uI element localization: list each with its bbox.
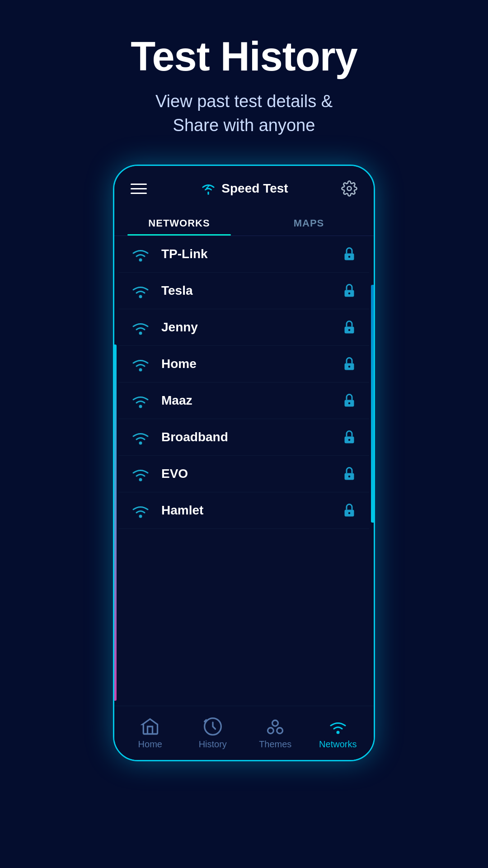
nav-home[interactable]: Home	[119, 717, 182, 750]
wifi-icon	[131, 356, 150, 372]
svg-point-19	[139, 478, 142, 481]
lock-icon	[341, 283, 357, 299]
phone-inner: Speed Test NETWORKS MAPS TP-Link	[114, 166, 374, 760]
history-icon	[203, 717, 223, 736]
wifi-icon	[131, 503, 150, 518]
page-title: Test History	[0, 36, 488, 77]
network-name: Jenny	[161, 320, 341, 335]
wifi-icon	[131, 246, 150, 262]
lock-icon	[341, 466, 357, 482]
svg-point-16	[139, 442, 142, 445]
nav-themes-label: Themes	[259, 739, 291, 750]
svg-point-7	[139, 332, 142, 335]
svg-point-21	[348, 476, 351, 478]
nav-home-label: Home	[138, 739, 162, 750]
list-item[interactable]: Tesla	[119, 273, 369, 309]
svg-point-13	[139, 405, 142, 408]
network-list: TP-Link Tesla	[114, 236, 374, 706]
nav-themes[interactable]: Themes	[244, 717, 307, 750]
svg-point-18	[348, 439, 351, 441]
home-icon	[140, 717, 160, 736]
svg-point-12	[348, 366, 351, 368]
svg-point-1	[139, 259, 142, 262]
nav-history-label: History	[199, 739, 227, 750]
tab-maps[interactable]: MAPS	[244, 210, 374, 236]
wifi-icon	[131, 466, 150, 481]
svg-point-25	[272, 721, 278, 726]
wifi-icon	[131, 393, 150, 408]
list-item[interactable]: Jenny	[119, 309, 369, 346]
tab-bar: NETWORKS MAPS	[114, 210, 374, 236]
nav-history[interactable]: History	[182, 717, 244, 750]
svg-point-3	[348, 256, 351, 258]
svg-point-24	[348, 512, 351, 514]
app-brand: Speed Test	[200, 181, 288, 196]
lock-icon	[341, 392, 357, 409]
lock-icon	[341, 246, 357, 262]
svg-point-9	[348, 329, 351, 331]
network-name: Home	[161, 357, 341, 371]
svg-point-4	[139, 295, 142, 298]
svg-point-22	[139, 515, 142, 518]
svg-line-0	[207, 186, 210, 189]
network-name: Maaz	[161, 393, 341, 408]
page-subtitle: View past test details &Share with anyon…	[0, 90, 488, 137]
list-item[interactable]: Hamlet	[119, 492, 369, 529]
header-section: Test History View past test details &Sha…	[0, 0, 488, 165]
wifi-logo-icon	[200, 182, 217, 195]
tab-networks[interactable]: NETWORKS	[114, 210, 244, 236]
network-name: Tesla	[161, 283, 341, 298]
list-item[interactable]: Broadband	[119, 419, 369, 456]
svg-point-26	[268, 728, 274, 734]
themes-icon	[265, 717, 285, 736]
lock-icon	[341, 356, 357, 372]
list-item[interactable]: TP-Link	[119, 236, 369, 273]
wifi-icon	[131, 283, 150, 298]
svg-point-10	[139, 368, 142, 372]
settings-icon[interactable]	[341, 180, 357, 197]
svg-point-15	[348, 402, 351, 405]
top-bar: Speed Test	[114, 166, 374, 206]
network-name: Broadband	[161, 430, 341, 444]
network-name: EVO	[161, 467, 341, 481]
network-name: Hamlet	[161, 503, 341, 518]
list-item[interactable]: Home	[119, 346, 369, 382]
lock-icon	[341, 429, 357, 445]
list-item[interactable]: EVO	[119, 456, 369, 492]
svg-point-6	[348, 292, 351, 295]
nav-networks-label: Networks	[319, 739, 357, 750]
svg-point-27	[277, 728, 283, 734]
wifi-icon	[131, 320, 150, 335]
networks-icon	[328, 717, 348, 736]
phone-frame: Speed Test NETWORKS MAPS TP-Link	[113, 165, 375, 761]
network-name: TP-Link	[161, 247, 341, 261]
svg-point-28	[336, 731, 339, 734]
app-name: Speed Test	[221, 181, 288, 196]
list-item[interactable]: Maaz	[119, 382, 369, 419]
wifi-icon	[131, 429, 150, 445]
nav-networks[interactable]: Networks	[307, 717, 370, 750]
menu-button[interactable]	[131, 184, 147, 194]
bottom-nav: Home History Themes	[114, 706, 374, 760]
lock-icon	[341, 319, 357, 335]
lock-icon	[341, 502, 357, 519]
